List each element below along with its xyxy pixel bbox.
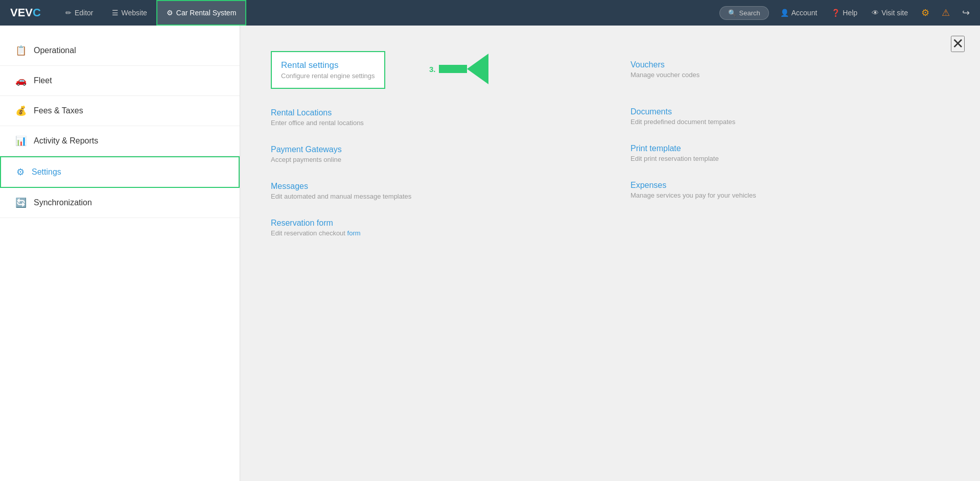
logout-icon-btn[interactable]: ↪ [957, 0, 975, 26]
sidebar-settings-wrapper: ⚙ Settings 2. [0, 156, 240, 188]
nav-editor[interactable]: ✏ Editor [56, 0, 103, 26]
top-navigation: VEVC ✏ Editor ☰ Website ⚙ Car Rental Sys… [0, 0, 980, 26]
print-template-desc: Edit print reservation template [631, 155, 949, 162]
close-button[interactable]: ✕ [951, 36, 965, 52]
sidebar-item-fleet[interactable]: 🚗 Fleet [0, 66, 240, 96]
sidebar-item-fees-taxes[interactable]: 💰 Fees & Taxes [0, 96, 240, 126]
payment-gateways-desc: Accept payments online [271, 156, 590, 163]
menu-item-messages: Messages Edit automated and manual messa… [271, 173, 590, 209]
rental-settings-item[interactable]: Rental settings Configure rental engine … [271, 51, 385, 89]
expenses-link[interactable]: Expenses [631, 181, 949, 190]
main-layout: 1. 📋 Operational 🚗 Fleet 💰 Fees & Taxes … [0, 26, 980, 481]
settings-icon-btn[interactable]: ⚙ [916, 0, 935, 26]
expenses-desc: Manage services you pay for your vehicle… [631, 191, 949, 199]
nav-visit-site[interactable]: 👁 Visit site [866, 0, 914, 26]
vouchers-link[interactable]: Vouchers [631, 60, 949, 69]
menu-right-col: Vouchers Manage voucher codes Documents … [631, 51, 949, 246]
menu-left-col: Rental settings Configure rental engine … [271, 51, 590, 246]
account-icon: 👤 [780, 9, 789, 17]
menu-item-documents: Documents Edit predefined document tempa… [631, 98, 949, 135]
form-link[interactable]: form [347, 229, 361, 237]
sync-icon: 🔄 [15, 197, 27, 208]
reports-icon: 📊 [15, 135, 27, 147]
sidebar: 1. 📋 Operational 🚗 Fleet 💰 Fees & Taxes … [0, 26, 240, 481]
nav-car-rental[interactable]: ⚙ Car Rental System [156, 0, 246, 26]
eye-icon: 👁 [872, 9, 879, 17]
warning-icon-btn[interactable]: ⚠ [937, 0, 955, 26]
fees-icon: 💰 [15, 105, 27, 116]
rental-settings-desc: Configure rental engine settings [281, 72, 375, 80]
messages-link[interactable]: Messages [271, 182, 590, 191]
settings-icon: ⚙ [16, 166, 25, 178]
print-template-link[interactable]: Print template [631, 144, 949, 153]
settings-menu-grid: Rental settings Configure rental engine … [271, 51, 949, 246]
sidebar-item-synchronization[interactable]: 🔄 Synchronization [0, 188, 240, 218]
menu-item-rental-locations: Rental Locations Enter office and rental… [271, 99, 590, 136]
documents-desc: Edit predefined document tempates [631, 118, 949, 126]
content-area: ✕ Rental settings Configure rental engin… [240, 26, 980, 481]
help-icon: ❓ [831, 9, 840, 17]
car-rental-icon: ⚙ [167, 9, 173, 17]
sidebar-item-settings[interactable]: ⚙ Settings [0, 156, 240, 188]
rental-settings-row: Rental settings Configure rental engine … [271, 51, 590, 89]
editor-icon: ✏ [65, 9, 72, 17]
logo[interactable]: VEVC [5, 6, 46, 19]
vouchers-desc: Manage voucher codes [631, 71, 949, 79]
payment-gateways-link[interactable]: Payment Gateways [271, 145, 590, 154]
reservation-form-link[interactable]: Reservation form [271, 219, 590, 228]
fleet-icon: 🚗 [15, 75, 27, 86]
reservation-form-desc: Edit reservation checkout form [271, 229, 590, 237]
nav-help[interactable]: ❓ Help [825, 0, 864, 26]
menu-item-reservation-form: Reservation form Edit reservation checko… [271, 209, 590, 246]
nav-website[interactable]: ☰ Website [103, 0, 156, 26]
nav-right: 👤 Account ❓ Help 👁 Visit site ⚙ ⚠ ↪ [774, 0, 975, 26]
operational-icon: 📋 [15, 45, 27, 56]
rental-settings-link[interactable]: Rental settings [281, 60, 375, 70]
sidebar-item-activity-reports[interactable]: 📊 Activity & Reports [0, 126, 240, 156]
nav-account[interactable]: 👤 Account [774, 0, 824, 26]
annotation-3: 3. [429, 54, 488, 84]
rental-locations-link[interactable]: Rental Locations [271, 108, 590, 117]
sidebar-item-operational[interactable]: 📋 Operational [0, 36, 240, 66]
menu-item-payment-gateways: Payment Gateways Accept payments online [271, 136, 590, 173]
menu-item-print-template: Print template Edit print reservation te… [631, 135, 949, 172]
messages-desc: Edit automated and manual message templa… [271, 193, 590, 200]
search-input[interactable]: 🔍 Search [719, 6, 769, 20]
documents-link[interactable]: Documents [631, 107, 949, 116]
website-icon: ☰ [112, 9, 119, 17]
rental-locations-desc: Enter office and rental locations [271, 119, 590, 127]
menu-item-vouchers: Vouchers Manage voucher codes [631, 51, 949, 88]
menu-item-expenses: Expenses Manage services you pay for you… [631, 172, 949, 208]
search-icon: 🔍 [728, 9, 736, 17]
